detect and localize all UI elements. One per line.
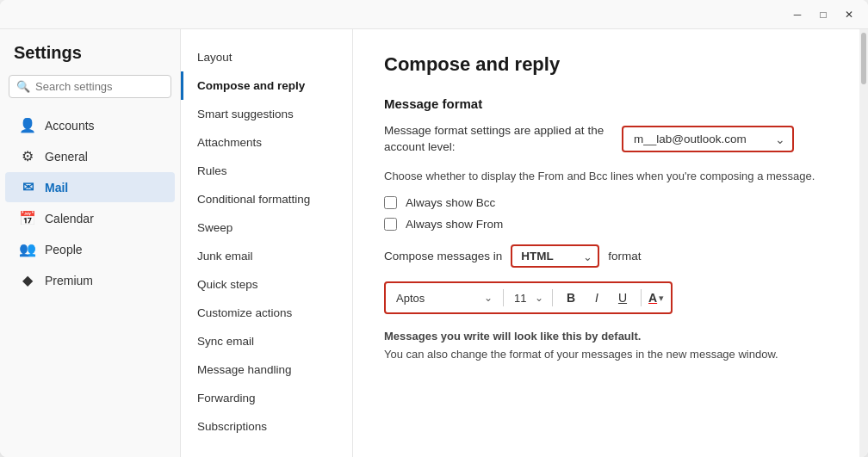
settings-window: ─ □ ✕ Settings 🔍 👤 Accounts ⚙ General ✉ …	[0, 0, 868, 457]
always-show-from-label: Always show From	[406, 218, 503, 231]
toolbar-divider-1	[503, 289, 504, 306]
window-controls: ─ □ ✕	[785, 5, 861, 24]
mid-nav-rules[interactable]: Rules	[181, 157, 352, 185]
section-title: Message format	[384, 96, 828, 111]
people-label: People	[45, 243, 83, 256]
toolbar-divider-3	[641, 289, 642, 306]
font-toolbar: Aptos Arial Calibri 11 10 12 14 B	[384, 281, 673, 314]
mid-nav-message-handling[interactable]: Message handling	[181, 355, 352, 384]
general-label: General	[45, 150, 88, 164]
bold-button[interactable]: B	[560, 287, 582, 309]
premium-label: Premium	[45, 274, 93, 287]
calendar-label: Calendar	[45, 212, 94, 225]
account-row: Message format settings are applied at t…	[384, 123, 828, 156]
search-input[interactable]	[35, 80, 164, 93]
sidebar-item-accounts[interactable]: 👤 Accounts	[5, 110, 175, 140]
title-bar: ─ □ ✕	[0, 0, 868, 29]
people-icon: 👥	[19, 241, 36, 257]
sidebar-item-calendar[interactable]: 📅 Calendar	[5, 203, 175, 233]
toolbar-divider-2	[552, 289, 553, 306]
scrollbar-thumb	[861, 33, 866, 84]
font-color-icon: A	[648, 291, 657, 305]
font-color-button[interactable]: A ▾	[648, 291, 664, 305]
premium-icon: ◆	[19, 272, 36, 288]
minimize-button[interactable]: ─	[785, 5, 809, 24]
scrollbar-track[interactable]	[859, 29, 868, 457]
mid-nav-smart-suggestions[interactable]: Smart suggestions	[181, 100, 352, 128]
mid-nav-layout[interactable]: Layout	[181, 43, 352, 71]
mid-nav-quick-steps[interactable]: Quick steps	[181, 270, 352, 299]
accounts-icon: 👤	[19, 117, 36, 133]
font-select[interactable]: Aptos Arial Calibri	[393, 289, 496, 307]
format-select[interactable]: HTML Plain text	[511, 244, 599, 268]
mail-label: Mail	[45, 181, 68, 195]
mid-nav-junk-email[interactable]: Junk email	[181, 242, 352, 270]
panel-title: Compose and reply	[384, 53, 828, 76]
format-suffix: format	[608, 250, 641, 262]
description-text: Choose whether to display the From and B…	[384, 168, 828, 185]
main-content: Settings 🔍 👤 Accounts ⚙ General ✉ Mail 📅…	[0, 29, 868, 457]
settings-title: Settings	[0, 43, 180, 75]
mid-nav-attachments[interactable]: Attachments	[181, 128, 352, 157]
search-box[interactable]: 🔍	[9, 75, 171, 98]
checkbox-from-row: Always show From	[384, 218, 828, 231]
close-button[interactable]: ✕	[837, 5, 861, 24]
sidebar-item-mail[interactable]: ✉ Mail	[5, 172, 175, 202]
mail-icon: ✉	[19, 179, 36, 195]
info-line2: You can also change the format of your m…	[384, 346, 828, 364]
underline-button[interactable]: U	[611, 287, 634, 309]
account-row-label: Message format settings are applied at t…	[384, 123, 608, 156]
always-show-bcc-checkbox[interactable]	[384, 196, 397, 209]
size-select-wrapper: 11 10 12 14	[511, 289, 545, 307]
sidebar-item-general[interactable]: ⚙ General	[5, 141, 175, 171]
maximize-button[interactable]: □	[811, 5, 835, 24]
italic-button[interactable]: I	[586, 287, 608, 309]
main-panel: Compose and reply Message format Message…	[353, 29, 859, 457]
accounts-label: Accounts	[45, 119, 95, 133]
always-show-from-checkbox[interactable]	[384, 218, 397, 231]
font-size-select[interactable]: 11 10 12 14	[511, 289, 545, 307]
mid-nav-conditional-formatting[interactable]: Conditional formatting	[181, 185, 352, 213]
info-text: Messages you write will look like this b…	[384, 328, 828, 364]
info-line1: Messages you write will look like this b…	[384, 328, 828, 346]
mid-nav-customize-actions[interactable]: Customize actions	[181, 299, 352, 327]
font-color-dropdown-icon: ▾	[659, 293, 664, 304]
compose-messages-label: Compose messages in	[384, 250, 502, 262]
calendar-icon: 📅	[19, 210, 36, 226]
mid-nav-compose-reply[interactable]: Compose and reply	[181, 71, 352, 100]
search-icon: 🔍	[16, 80, 30, 93]
mid-nav-sync-email[interactable]: Sync email	[181, 327, 352, 355]
sidebar-left: Settings 🔍 👤 Accounts ⚙ General ✉ Mail 📅…	[0, 29, 181, 457]
format-row: Compose messages in HTML Plain text form…	[384, 244, 828, 268]
sidebar-mid: Layout Compose and reply Smart suggestio…	[181, 29, 353, 457]
sidebar-item-premium[interactable]: ◆ Premium	[5, 265, 175, 295]
format-select-wrapper: HTML Plain text	[511, 244, 599, 268]
checkbox-bcc-row: Always show Bcc	[384, 196, 828, 209]
mid-nav-subscriptions[interactable]: Subscriptions	[181, 412, 352, 441]
account-select-wrapper: m__lab@outlook.com	[622, 126, 794, 152]
font-select-wrapper: Aptos Arial Calibri	[393, 289, 496, 307]
mid-nav-forwarding[interactable]: Forwarding	[181, 384, 352, 412]
general-icon: ⚙	[19, 148, 36, 164]
always-show-bcc-label: Always show Bcc	[406, 196, 495, 209]
sidebar-item-people[interactable]: 👥 People	[5, 234, 175, 264]
account-select[interactable]: m__lab@outlook.com	[622, 126, 794, 152]
mid-nav-sweep[interactable]: Sweep	[181, 213, 352, 242]
